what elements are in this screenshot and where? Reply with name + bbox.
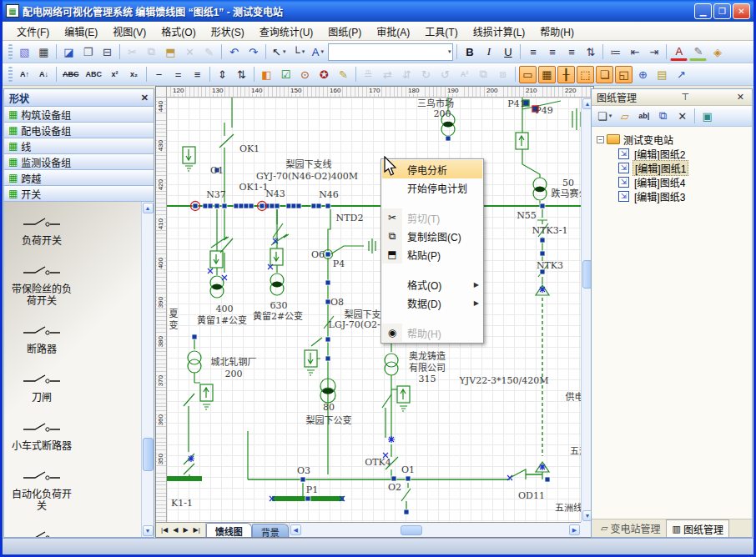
align-shapes-icon[interactable]: ≞	[360, 66, 377, 83]
close-panel-icon[interactable]: ✕	[734, 92, 747, 103]
scroll-right-icon[interactable]: ▶	[569, 524, 580, 535]
scroll-up-icon[interactable]: ▲	[143, 203, 154, 213]
menu-sheet[interactable]: 图纸(P)	[320, 22, 369, 41]
fill-color-icon[interactable]: ◈	[708, 43, 726, 61]
flip-vertical-icon[interactable]: ⇵	[398, 66, 416, 83]
tree-row-sheet[interactable]: ⇲ [编辑]图纸1	[593, 161, 750, 175]
scroll-down-icon[interactable]: ▼	[143, 525, 154, 536]
rotate-right-icon[interactable]: ↻	[417, 66, 435, 83]
drawing-explorer-toggle-icon[interactable]: ◱	[615, 66, 633, 83]
align-center-icon[interactable]: ≡	[543, 43, 561, 61]
canvas-content[interactable]: 三鸟市场200P41P49OK1O1梨园下支线GYJ-70(N46-O2)400…	[167, 98, 581, 522]
sheet-nav-icon[interactable]: ▶|	[194, 526, 200, 534]
send-to-back-icon[interactable]: ⧈	[494, 66, 512, 83]
station-view-icon[interactable]: ▣	[698, 108, 716, 125]
font-increase-icon[interactable]: A↑	[16, 66, 33, 83]
pointer-tool-icon[interactable]: ↖▾	[270, 43, 288, 61]
menu-start-outage-plan[interactable]: 开始停电计划 ▶	[382, 178, 482, 197]
edit-doc-icon[interactable]: ✎	[335, 66, 352, 83]
group-monitor-equipment[interactable]: ▦ 监测设备组	[4, 154, 154, 170]
undo-icon[interactable]: ↶	[225, 43, 243, 61]
monitor-chart-icon[interactable]: ◧	[258, 66, 275, 83]
tab-drawing-management[interactable]: ▥ 图纸管理	[666, 519, 728, 537]
toolbar-grip[interactable]	[8, 44, 13, 59]
outdent-icon[interactable]: ⇤	[626, 43, 643, 61]
pin-icon[interactable]: ⊤	[679, 92, 693, 103]
group-distribution-equipment[interactable]: ▦ 配电设备组	[4, 123, 154, 138]
delete-sheet-icon[interactable]: ✕	[673, 108, 691, 125]
scroll-thumb[interactable]	[401, 525, 422, 535]
shape-font-icon[interactable]: A²	[456, 66, 473, 83]
shape-item[interactable]: 小车式断路器	[10, 421, 73, 452]
collapse-icon[interactable]: −	[597, 136, 604, 143]
font-decrease-icon[interactable]: A↓	[35, 66, 53, 83]
menu-paste[interactable]: ⬒ 粘贴(P) ▶	[382, 245, 482, 263]
ruler-toggle-icon[interactable]: ▭	[519, 66, 537, 83]
scroll-left-icon[interactable]: ◀	[290, 524, 301, 535]
audit-check-icon[interactable]: ☑	[277, 66, 295, 83]
shape-item[interactable]: 刀闸	[10, 373, 73, 404]
group-line[interactable]: ▦ 线	[4, 138, 154, 154]
menu-format[interactable]: 格式(O) ▶	[382, 275, 482, 294]
menu-file[interactable]: 文件(F)	[9, 22, 57, 41]
menu-data[interactable]: 数据(D) ▶	[382, 294, 482, 312]
print-icon[interactable]: ⊟	[98, 43, 116, 61]
delete-icon[interactable]: ✕	[181, 43, 199, 61]
bring-to-front-icon[interactable]: ⧉	[475, 66, 492, 83]
menu-help[interactable]: ◉ 帮助(H) ▶	[382, 324, 482, 342]
italic-icon[interactable]: I	[480, 43, 497, 61]
superscript-icon[interactable]: x²	[106, 66, 123, 83]
minimize-button[interactable]: ▁	[694, 3, 712, 19]
tree-root-station[interactable]: − 测试变电站	[593, 132, 750, 147]
indent-icon[interactable]: ⇥	[645, 43, 663, 61]
spacing-decrease-icon[interactable]: ⇅	[233, 66, 250, 83]
sheet-nav-icon[interactable]: ◀	[173, 526, 178, 534]
font-combo[interactable]: ▾	[328, 43, 453, 61]
bullets-icon[interactable]: ≔	[607, 43, 624, 61]
search-doc-icon[interactable]: ⊙	[296, 66, 314, 83]
flip-horizontal-icon[interactable]: ⇄	[379, 66, 396, 83]
close-button[interactable]: ✕	[733, 3, 750, 19]
tree-row-sheet[interactable]: ⇲ [编辑]图纸2	[593, 147, 750, 161]
page-preview-icon[interactable]: ❐	[79, 43, 97, 61]
page-breaks-toggle-icon[interactable]: ❏	[596, 66, 613, 83]
scroll-thumb[interactable]	[143, 438, 154, 471]
connector-arrows-icon[interactable]: ↗	[673, 66, 690, 83]
tree-row-sheet[interactable]: ⇲ [编辑]图纸3	[593, 189, 750, 203]
group-switch[interactable]: ▦ 开关	[4, 186, 154, 202]
line-triple-icon[interactable]: ≡	[189, 66, 206, 83]
new-drawing-icon[interactable]: ▧	[16, 43, 33, 61]
guides-toggle-icon[interactable]: ╂	[557, 66, 575, 83]
copy-icon[interactable]: ⧉	[143, 43, 160, 61]
group-crossing[interactable]: ▦ 跨越	[4, 170, 154, 186]
sheet-nav-icon[interactable]: |◀	[161, 526, 168, 534]
copy-sheet-icon[interactable]: ⧉	[654, 108, 672, 125]
no-strikethrough-icon[interactable]: ABC	[83, 66, 105, 83]
shape-item[interactable]: 跌落式熔断器	[10, 529, 73, 537]
restore-button[interactable]: ❐	[713, 3, 731, 19]
stamp-icon[interactable]: ✪	[315, 66, 333, 83]
strikethrough-icon[interactable]: ABC	[60, 66, 82, 83]
menu-cut[interactable]: ✂ 剪切(T) ▶	[382, 208, 482, 227]
menu-approve[interactable]: 审批(A)	[369, 22, 417, 41]
underline-icon[interactable]: U	[499, 43, 517, 61]
pan-zoom-icon[interactable]: ⊕	[634, 66, 652, 83]
toolbar-grip[interactable]	[8, 67, 13, 82]
vertical-text-icon[interactable]: ⇅	[582, 43, 599, 61]
menu-tools[interactable]: 工具(T)	[417, 22, 465, 41]
menu-copy-drawing[interactable]: ⧉ 复制绘图(C) ▶	[382, 227, 482, 245]
tab-feeder-diagram[interactable]: 馈线图	[206, 523, 252, 537]
save-icon[interactable]: ◪	[60, 43, 78, 61]
line-double-icon[interactable]: =	[169, 66, 187, 83]
shape-item[interactable]: 自动化负荷开关	[10, 469, 73, 512]
menu-shape[interactable]: 形状(S)	[204, 22, 252, 41]
bold-icon[interactable]: B	[461, 43, 478, 61]
new-sheet-icon[interactable]: ❏▾	[595, 108, 614, 125]
canvas-hscrollbar[interactable]: ◀ ▶	[289, 523, 581, 537]
menu-view[interactable]: 视图(V)	[105, 22, 154, 41]
highlight-pen-icon[interactable]: ✎	[689, 43, 707, 61]
font-color-icon[interactable]: A	[670, 43, 688, 61]
text-tool-icon[interactable]: A▾	[309, 43, 326, 61]
glue-toggle-icon[interactable]: ⬚	[577, 66, 594, 83]
menu-help[interactable]: 帮助(H)	[532, 22, 582, 41]
